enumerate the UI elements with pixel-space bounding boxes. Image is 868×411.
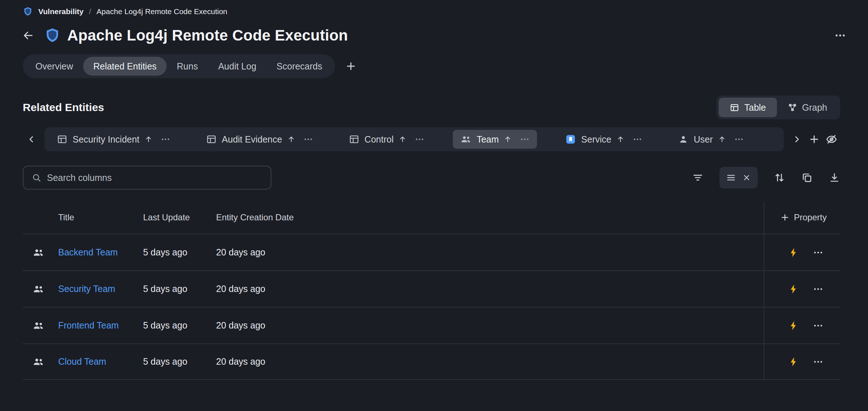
sort-asc-icon[interactable] (718, 135, 726, 143)
sort-asc-icon[interactable] (145, 135, 152, 143)
sort-asc-icon[interactable] (399, 135, 407, 143)
breadcrumb-section[interactable]: Vulnerability (38, 7, 83, 16)
plus-icon (780, 213, 790, 222)
entity-tab-security-incident[interactable]: Security Incident (50, 130, 178, 149)
add-property-button[interactable]: Property (764, 201, 840, 234)
shield-icon (44, 27, 61, 44)
group-by-chip[interactable] (719, 167, 758, 188)
tab-options-icon[interactable] (303, 134, 313, 144)
table-view-icon (730, 103, 739, 113)
last-update-cell: 5 days ago (143, 284, 216, 294)
breadcrumb-separator: / (89, 7, 91, 16)
automation-bolt-button[interactable] (788, 247, 799, 258)
last-update-cell: 5 days ago (143, 356, 216, 367)
people-icon (32, 356, 44, 368)
tab-options-icon[interactable] (734, 134, 744, 144)
hide-tabs-icon[interactable] (823, 131, 840, 148)
row-menu-button[interactable] (813, 247, 824, 258)
table-toolbar (23, 166, 840, 190)
entity-tab-service[interactable]: Service (558, 130, 649, 149)
tab-runs[interactable]: Runs (167, 57, 208, 76)
row-menu-button[interactable] (813, 356, 824, 367)
entity-tabs-row: Security Incident Audit Evidence Control… (23, 127, 840, 151)
section-heading: Related Entities (23, 101, 104, 114)
table-icon (349, 134, 360, 145)
entity-tab-label: User (694, 134, 713, 145)
automation-bolt-button[interactable] (788, 356, 799, 367)
creation-date-cell: 20 days ago (216, 320, 764, 331)
view-toggle-graph[interactable]: Graph (777, 98, 838, 117)
sort-asc-icon[interactable] (287, 135, 295, 143)
row-menu-button[interactable] (813, 320, 824, 331)
person-icon (678, 134, 689, 145)
tab-overview[interactable]: Overview (25, 57, 83, 76)
clear-icon[interactable] (742, 173, 751, 182)
view-toggle: Table Graph (717, 96, 840, 119)
tab-options-icon[interactable] (414, 134, 425, 144)
add-entity-tab-button[interactable] (805, 131, 823, 148)
tab-options-icon[interactable] (520, 134, 530, 144)
tab-options-icon[interactable] (632, 134, 643, 144)
tab-scorecards[interactable]: Scorecards (266, 57, 332, 76)
creation-date-cell: 20 days ago (216, 356, 764, 367)
automation-bolt-button[interactable] (788, 284, 799, 295)
entity-tabs-bar: Security Incident Audit Evidence Control… (44, 127, 784, 151)
graph-view-icon (788, 103, 797, 112)
copy-button[interactable] (801, 172, 813, 183)
people-icon (460, 134, 472, 145)
creation-date-cell: 20 days ago (216, 247, 764, 258)
sort-asc-icon[interactable] (504, 135, 512, 143)
creation-date-cell: 20 days ago (216, 284, 764, 294)
entities-table: Title Last Update Entity Creation Date P… (23, 201, 840, 380)
people-icon (32, 319, 44, 332)
sort-rows-button[interactable] (774, 172, 785, 183)
download-button[interactable] (829, 172, 840, 183)
last-update-cell: 5 days ago (143, 320, 216, 331)
page-header: Apache Log4j Remote Code Execution (19, 21, 846, 50)
scroll-right-button[interactable] (788, 131, 805, 148)
page-more-button[interactable] (834, 29, 846, 42)
entity-tab-label: Audit Evidence (222, 134, 282, 145)
table-row: Security Team 5 days ago 20 days ago (23, 270, 840, 307)
entity-tab-audit-evidence[interactable]: Audit Evidence (199, 130, 321, 149)
search-box (23, 166, 271, 190)
table-icon (206, 134, 217, 145)
shield-icon (23, 7, 33, 17)
tab-audit-log[interactable]: Audit Log (208, 57, 267, 76)
entity-tab-label: Security Incident (73, 134, 139, 145)
tab-related-entities[interactable]: Related Entities (83, 57, 167, 76)
list-icon (726, 173, 736, 183)
add-tab-button[interactable] (345, 60, 357, 72)
entity-link[interactable]: Security Team (58, 284, 115, 294)
page-tabs-pill: Overview Related Entities Runs Audit Log… (23, 54, 335, 78)
automation-bolt-button[interactable] (788, 320, 799, 331)
related-entities-section-header: Related Entities Table Graph (23, 95, 840, 120)
tab-options-icon[interactable] (160, 134, 171, 144)
row-menu-button[interactable] (813, 284, 824, 295)
filter-button[interactable] (692, 172, 704, 183)
column-entity-creation-date[interactable]: Entity Creation Date (216, 212, 764, 223)
back-button[interactable] (19, 26, 38, 45)
entity-tab-control[interactable]: Control (341, 130, 432, 149)
entity-tab-label: Service (581, 134, 611, 145)
page-tabs: Overview Related Entities Runs Audit Log… (23, 54, 357, 78)
table-row: Cloud Team 5 days ago 20 days ago (23, 343, 840, 380)
people-icon (32, 283, 44, 295)
column-title[interactable]: Title (58, 212, 143, 223)
column-last-update[interactable]: Last Update (143, 212, 216, 223)
table-header: Title Last Update Entity Creation Date P… (23, 201, 840, 234)
entity-tab-label: Control (365, 134, 394, 145)
scroll-left-button[interactable] (23, 131, 40, 148)
table-view-label: Table (744, 102, 766, 113)
people-icon (32, 246, 44, 259)
entity-link[interactable]: Cloud Team (58, 356, 106, 366)
table-row: Frontend Team 5 days ago 20 days ago (23, 307, 840, 343)
entity-link[interactable]: Backend Team (58, 247, 118, 257)
view-toggle-table[interactable]: Table (719, 98, 777, 117)
sort-asc-icon[interactable] (616, 135, 624, 143)
entity-link[interactable]: Frontend Team (58, 320, 119, 330)
entity-tab-team[interactable]: Team (453, 130, 537, 149)
breadcrumb-current-page: Apache Log4j Remote Code Execution (96, 7, 227, 16)
search-input[interactable] (47, 173, 263, 183)
entity-tab-user[interactable]: User (671, 130, 751, 149)
